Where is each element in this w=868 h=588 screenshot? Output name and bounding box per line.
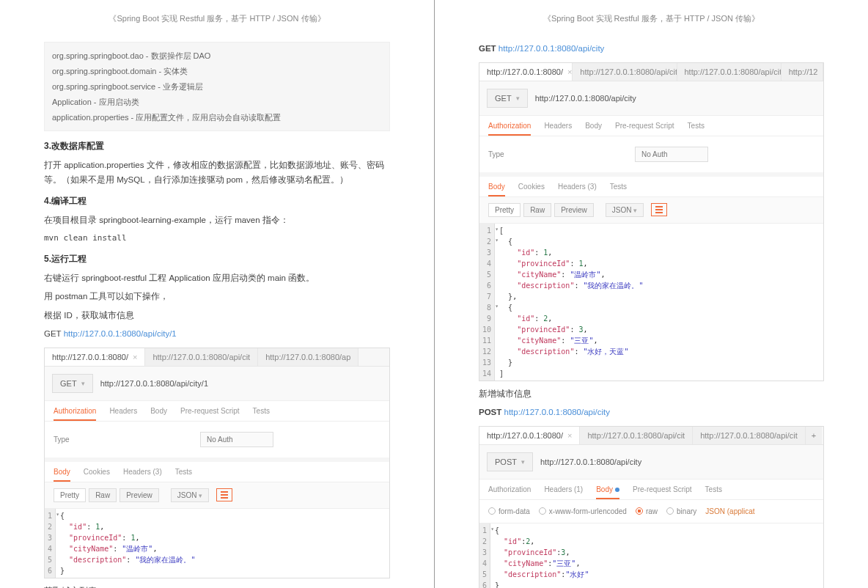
add-title: 新增城市信息 (479, 387, 824, 402)
post-label: POST (479, 408, 501, 416)
pm1-type-label: Type (54, 436, 200, 444)
pm1-resp-tests[interactable]: Tests (175, 468, 192, 482)
pm3-subtab-tests[interactable]: Tests (705, 485, 722, 499)
header-left: 《Spring Boot 实现 Restful 服务，基于 HTTP / JSO… (44, 7, 390, 37)
pkg-line: org.spring.springboot.dao - 数据操作层 DAO (52, 48, 382, 64)
pm2-resp-cookies[interactable]: Cookies (518, 183, 545, 196)
pm3-subtab-headers[interactable]: Headers (1) (544, 485, 583, 499)
section-5: 5.运行工程 (44, 253, 390, 265)
pkg-line: Application - 应用启动类 (52, 95, 382, 110)
chevron-down-icon: ▾ (81, 380, 85, 387)
pm3-tab-1[interactable]: http://127.0.0.1:8080/api/cit (580, 427, 693, 444)
pm2-subtab-prereq[interactable]: Pre-request Script (615, 122, 674, 136)
wrap-icon[interactable] (651, 203, 667, 216)
pm1-btn-json[interactable]: JSON ▾ (171, 488, 209, 502)
get-url-link[interactable]: http://127.0.0.1:8080/api/city/1 (64, 329, 177, 338)
pkg-line: org.spring.springboot.domain - 实体类 (52, 64, 382, 79)
pm1-subtab-headers[interactable]: Headers (109, 407, 137, 421)
pm2-toolbar: Pretty Raw Preview JSON ▾ (479, 197, 823, 224)
pm3-tab-2[interactable]: http://127.0.0.1:8080/api/cit (693, 427, 806, 444)
pm1-tabs: http://127.0.0.1:8080/× http://127.0.0.1… (45, 348, 389, 367)
pm3-subtab-body[interactable]: Body (596, 485, 619, 499)
pm3-url-input[interactable]: http://127.0.0.1:8080/api/city (540, 457, 816, 466)
pm2-tab-0[interactable]: http://127.0.0.1:8080/× (479, 63, 573, 81)
pm2-type-label: Type (488, 150, 635, 158)
close-icon[interactable]: × (567, 67, 572, 76)
pm3-urlrow: POST▾ http://127.0.0.1:8080/api/city (479, 445, 823, 479)
pm3-subtab-auth[interactable]: Authorization (488, 485, 531, 499)
pm2-resp-body[interactable]: Body (488, 183, 505, 196)
pm3-tab-plus[interactable]: + (806, 427, 822, 444)
pm1-resp-headers[interactable]: Headers (3) (123, 468, 162, 482)
pm2-code: [ { "id": 1, "provinceId": 1, "cityName"… (495, 224, 823, 381)
pm2-tab-2[interactable]: http://127.0.0.1:8080/api/cit (677, 63, 781, 81)
pm1-subtab-body[interactable]: Body (150, 407, 167, 421)
close-icon[interactable]: × (567, 431, 572, 440)
chevron-down-icon: ▾ (199, 492, 202, 499)
pm2-subtab-body[interactable]: Body (585, 122, 602, 136)
pm2-urlrow: GET▾ http://127.0.0.1:8080/api/city (479, 81, 823, 116)
pm1-method-select[interactable]: GET▾ (52, 374, 93, 393)
para-5b: 用 postman 工具可以如下操作， (44, 290, 390, 304)
pm1-subtab-tests[interactable]: Tests (253, 407, 270, 421)
pm2-tab-1[interactable]: http://127.0.0.1:8080/api/cit (573, 63, 677, 81)
pm1-toolbar: Pretty Raw Preview JSON ▾ (45, 482, 389, 509)
pm1-btn-preview[interactable]: Preview (119, 488, 159, 502)
pm3-tab-0[interactable]: http://127.0.0.1:8080/× (479, 427, 580, 444)
pm2-subtabs: Authorization Headers Body Pre-request S… (479, 116, 823, 136)
pm2-resp-headers[interactable]: Headers (3) (558, 183, 597, 196)
pm2-subtab-headers[interactable]: Headers (544, 122, 572, 136)
dot-icon (615, 488, 619, 492)
chevron-down-icon: ▾ (516, 95, 520, 102)
pm1-subtab-prereq[interactable]: Pre-request Script (180, 407, 240, 421)
pm1-url-input[interactable]: http://127.0.0.1:8080/api/city/1 (100, 379, 382, 388)
pm2-tabs: http://127.0.0.1:8080/× http://127.0.0.1… (479, 63, 823, 81)
section-4: 4.编译工程 (44, 195, 390, 207)
get-label-r: GET (479, 44, 496, 53)
pm2-type-select[interactable]: No Auth (635, 147, 708, 162)
pm1-json: 123456 { "id": 1, "provinceId": 1, "city… (45, 509, 389, 578)
pm1-type-row: Type No Auth (45, 422, 389, 457)
pm2-method-select[interactable]: GET▾ (487, 89, 528, 108)
chevron-down-icon: ▾ (633, 207, 637, 214)
pm3-radio-urlenc[interactable]: x-www-form-urlencoded (539, 507, 627, 515)
pm3-code[interactable]: { "id":2, "provinceId":3, "cityName":"三亚… (490, 523, 823, 588)
pm1-subtab-auth[interactable]: Authorization (54, 407, 96, 421)
pm2-subtab-auth[interactable]: Authorization (488, 122, 531, 136)
pm3-radio-raw[interactable]: raw (636, 507, 658, 515)
pm1-tab-0[interactable]: http://127.0.0.1:8080/× (45, 348, 145, 366)
close-icon[interactable]: × (133, 353, 137, 361)
pm3-radio-binary[interactable]: binary (666, 507, 696, 515)
pm2-tab-3[interactable]: http://12 (781, 63, 823, 81)
get-url-link-r[interactable]: http://127.0.0.1:8080/api/city (499, 44, 605, 53)
pm3-json[interactable]: 123456 { "id":2, "provinceId":3, "cityNa… (479, 523, 823, 588)
pm2-type-row: Type No Auth (479, 136, 823, 172)
post-url-link[interactable]: http://127.0.0.1:8080/api/city (504, 408, 611, 416)
pm1-tab-1[interactable]: http://127.0.0.1:8080/api/cit (145, 348, 258, 366)
pm2-subtab-tests[interactable]: Tests (688, 122, 705, 136)
pm1-btn-raw[interactable]: Raw (89, 488, 117, 502)
pm2-resptabs: Body Cookies Headers (3) Tests (479, 172, 823, 197)
pm2-btn-preview[interactable]: Preview (554, 203, 594, 217)
pm3-tabs: http://127.0.0.1:8080/× http://127.0.0.1… (479, 427, 823, 445)
pm3-radio-formdata[interactable]: form-data (488, 507, 530, 515)
pm2-resp-tests[interactable]: Tests (610, 183, 627, 196)
pm1-type-select[interactable]: No Auth (200, 432, 273, 447)
pm1-tab-2[interactable]: http://127.0.0.1:8080/ap (258, 348, 358, 366)
pm2-btn-raw[interactable]: Raw (523, 203, 551, 217)
pm2-btn-pretty[interactable]: Pretty (488, 203, 521, 217)
pm1-resp-body[interactable]: Body (54, 468, 70, 482)
pm1-resp-cookies[interactable]: Cookies (84, 468, 110, 482)
pm3-radios: form-data x-www-form-urlencoded raw bina… (479, 500, 823, 523)
pm3-subtab-prereq[interactable]: Pre-request Script (633, 485, 692, 499)
pkg-line: application.properties - 应用配置文件，应用启动会自动读… (52, 110, 382, 125)
wrap-icon[interactable] (216, 488, 232, 501)
chevron-down-icon: ▾ (521, 458, 525, 466)
pm1-btn-pretty[interactable]: Pretty (54, 488, 86, 502)
pm2-url-input[interactable]: http://127.0.0.1:8080/api/city (535, 94, 816, 103)
para-4: 在项目根目录 springboot-learning-example，运行 ma… (44, 213, 390, 228)
pm3-method-select[interactable]: POST▾ (487, 452, 533, 471)
pm3-json-type[interactable]: JSON (applicat (705, 507, 754, 515)
pm2-btn-json[interactable]: JSON ▾ (606, 203, 644, 217)
postman-get-city-list: http://127.0.0.1:8080/× http://127.0.0.1… (479, 62, 824, 381)
